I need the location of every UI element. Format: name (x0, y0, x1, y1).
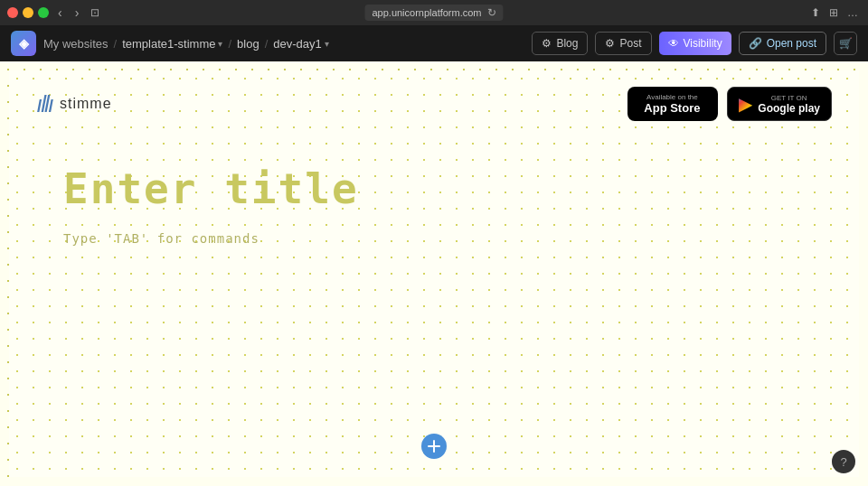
post-button[interactable]: ⚙ Post (595, 32, 651, 55)
my-websites-link[interactable]: My websites (43, 37, 108, 51)
minimize-button[interactable] (23, 7, 33, 18)
title-bar: ‹ › ⊡ app.unicornplatform.com ↻ ⬆ ⊞ … (0, 0, 868, 25)
google-play-button[interactable]: ▶ GET IT ON Google play (727, 87, 832, 121)
site-name: stimme (60, 96, 112, 112)
window-resize-icon[interactable]: ⊡ (88, 6, 102, 19)
unicorn-logo-icon: ◈ (11, 31, 36, 56)
google-play-text: GET IT ON Google play (758, 94, 820, 115)
google-play-label: Google play (758, 102, 820, 115)
editor-title-placeholder[interactable]: Enter title (63, 164, 805, 213)
close-button[interactable] (7, 7, 18, 18)
site-logo: ıllı stimme (36, 90, 112, 118)
google-play-icon: ▶ (739, 93, 752, 115)
app-store-label: App Store (644, 101, 700, 115)
nav-right-actions: ⚙ Blog ⚙ Post 👁 Visibility 🔗 Open post 🛒 (532, 32, 857, 55)
app-store-buttons: Available on the App Store ▶ GET IT ON G… (627, 87, 832, 121)
back-button[interactable]: ‹ (54, 5, 66, 20)
url-bar[interactable]: app.unicornplatform.com ↻ (364, 5, 503, 21)
template-link[interactable]: template1-stimme ▾ (122, 37, 222, 51)
cart-icon: 🛒 (839, 37, 853, 50)
add-block-button[interactable] (421, 434, 447, 459)
available-on-label: Available on the (644, 93, 700, 101)
get-it-on-label: GET IT ON (758, 94, 820, 102)
app-logo[interactable]: ◈ (11, 31, 36, 56)
toolbar-right: ⬆ ⊞ … (808, 6, 861, 19)
share-button[interactable]: ⬆ (808, 6, 823, 19)
content-area: ıllı stimme Available on the App Store ▶… (0, 61, 868, 486)
open-post-button[interactable]: 🔗 Open post (739, 32, 826, 55)
traffic-lights (7, 7, 49, 18)
forward-button[interactable]: › (71, 5, 83, 20)
template-chevron-icon: ▾ (218, 39, 222, 49)
editor-hint-text: Type 'TAB' for commands (63, 231, 805, 246)
breadcrumb-sep-1: / (114, 37, 118, 51)
editor-area[interactable]: Enter title Type 'TAB' for commands (9, 137, 859, 273)
settings-icon: ⚙ (542, 37, 552, 50)
cart-button[interactable]: 🛒 (834, 32, 857, 55)
waves-icon: ıllı (36, 90, 52, 118)
app-nav: ◈ My websites / template1-stimme ▾ / blo… (0, 25, 868, 61)
url-text: app.unicornplatform.com (372, 7, 481, 18)
app-store-text: Available on the App Store (644, 93, 700, 115)
site-header: ıllı stimme Available on the App Store ▶… (9, 70, 859, 137)
breadcrumb-sep-3: / (265, 37, 269, 51)
question-mark-icon: ? (840, 455, 846, 469)
breadcrumb-sep-2: / (228, 37, 231, 51)
more-button[interactable]: … (844, 6, 861, 19)
blog-button[interactable]: ⚙ Blog (532, 32, 588, 55)
devday-link[interactable]: dev-day1 ▾ (273, 37, 328, 51)
reload-button[interactable]: ↻ (487, 6, 496, 19)
link-icon: 🔗 (749, 37, 762, 50)
tab-add-button[interactable]: ⊞ (826, 6, 841, 19)
website-preview: ıllı stimme Available on the App Store ▶… (9, 70, 859, 477)
devday-chevron-icon: ▾ (325, 39, 329, 49)
add-icon (428, 440, 440, 453)
app-store-button[interactable]: Available on the App Store (627, 87, 718, 121)
post-icon: ⚙ (605, 37, 615, 50)
eye-icon: 👁 (668, 37, 679, 50)
visibility-button[interactable]: 👁 Visibility (659, 32, 731, 55)
help-button[interactable]: ? (832, 450, 855, 473)
maximize-button[interactable] (38, 7, 49, 18)
blog-link[interactable]: blog (237, 37, 259, 51)
